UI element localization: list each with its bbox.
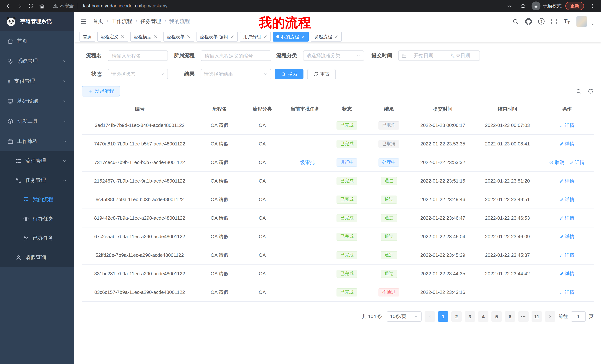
- sidebar-item-home[interactable]: 首页: [0, 31, 74, 51]
- next-page-button[interactable]: [545, 311, 555, 322]
- tab-process-definition[interactable]: 流程定义: [97, 32, 128, 42]
- tab-my-process[interactable]: 我的流程: [273, 32, 309, 42]
- cube-icon: [7, 118, 13, 124]
- toggle-search-button[interactable]: [576, 88, 582, 94]
- detail-link[interactable]: 详情: [559, 140, 574, 147]
- status-badge: 已完成: [337, 195, 357, 203]
- reset-button[interactable]: 重置: [307, 69, 336, 79]
- tab-home[interactable]: 首页: [80, 32, 95, 42]
- detail-link[interactable]: 详情: [559, 252, 574, 259]
- tab-close-icon[interactable]: [153, 35, 158, 39]
- tab-close-icon[interactable]: [120, 35, 125, 39]
- column-header-result: 结果: [367, 102, 411, 116]
- tab-start-process[interactable]: 发起流程: [311, 32, 342, 42]
- detail-link[interactable]: 详情: [559, 122, 574, 129]
- browser-toolbar: 不安全 dashboard.yudao.iocoder.cn /bpm/task…: [0, 0, 601, 12]
- current-task-link[interactable]: 一级审批: [295, 159, 315, 166]
- result-select[interactable]: 请选择流结果: [200, 69, 271, 79]
- chevron-down-icon: [160, 72, 165, 77]
- page-button-2[interactable]: 2: [451, 311, 462, 322]
- submit-time: 2022-01-22 23:53:32: [411, 153, 475, 172]
- detail-link[interactable]: 详情: [559, 215, 574, 221]
- breadcrumb-item-current: 我的流程: [169, 18, 190, 25]
- tab-close-icon[interactable]: [186, 35, 191, 39]
- font-size-button[interactable]: TT: [564, 18, 570, 24]
- sidebar-item-infra[interactable]: 基础设施: [0, 91, 74, 111]
- page-button-3[interactable]: 3: [465, 311, 475, 322]
- tab-user-group[interactable]: 用户分组: [240, 32, 271, 42]
- page-button-11[interactable]: 11: [531, 311, 542, 322]
- sidebar-item-workflow[interactable]: 工作流程: [0, 131, 74, 151]
- detail-link[interactable]: 详情: [559, 289, 574, 296]
- status-select[interactable]: 请选择状态: [108, 69, 168, 79]
- sidebar-item-task-mgmt[interactable]: 任务管理: [0, 171, 74, 190]
- detail-link[interactable]: 详情: [570, 159, 585, 166]
- current-task: [283, 264, 327, 283]
- tab-process-form-edit[interactable]: 流程表单-编辑: [197, 32, 238, 42]
- refresh-table-button[interactable]: [588, 88, 594, 94]
- cancel-link[interactable]: 取消: [549, 159, 564, 166]
- prev-page-button[interactable]: [425, 311, 435, 322]
- github-button[interactable]: [525, 18, 532, 25]
- active-tab-dot: [276, 35, 279, 38]
- page-size-select[interactable]: 10条/页: [387, 311, 421, 322]
- user-avatar[interactable]: [576, 16, 587, 27]
- tab-close-icon[interactable]: [230, 35, 234, 39]
- address-bar[interactable]: 不安全 dashboard.yudao.iocoder.cn /bpm/task…: [48, 1, 503, 11]
- chevron-up-icon: [62, 178, 67, 182]
- forward-button[interactable]: [15, 1, 25, 11]
- fullscreen-button[interactable]: [551, 18, 558, 25]
- tab-close-icon[interactable]: [263, 35, 267, 39]
- breadcrumb-item-workflow[interactable]: 工作流程: [111, 18, 132, 25]
- sidebar-item-todo-tasks[interactable]: 待办任务: [0, 209, 74, 229]
- sidebar-item-leave-query[interactable]: 请假查询: [0, 248, 74, 267]
- tab-close-icon[interactable]: [301, 35, 305, 39]
- table-toolbar: 发起流程: [82, 86, 594, 96]
- parent-process-input[interactable]: [200, 50, 271, 61]
- sidebar-toggle-button[interactable]: [74, 18, 93, 25]
- edit-icon: [559, 234, 564, 239]
- submit-time: 2022-01-23 00:06:17: [411, 116, 475, 134]
- sidebar-item-done-tasks[interactable]: 已办任务: [0, 229, 74, 248]
- briefcase-icon: [7, 138, 13, 144]
- page-button-4[interactable]: 4: [478, 311, 489, 322]
- sidebar-item-devtools[interactable]: 研发工具: [0, 111, 74, 131]
- category-select[interactable]: 请选择流程分类: [303, 50, 364, 61]
- browser-menu-button[interactable]: [588, 1, 597, 11]
- back-button[interactable]: [4, 1, 13, 11]
- process-name: OA 请假: [198, 209, 241, 227]
- password-key-button[interactable]: [505, 1, 514, 11]
- help-button[interactable]: ?: [538, 18, 545, 25]
- table-row: 67c2eaab-7b9a-11ec-a290-acde48001122 OA …: [82, 227, 594, 246]
- bookmark-button[interactable]: [518, 1, 528, 11]
- detail-link[interactable]: 详情: [559, 196, 574, 203]
- sidebar-item-my-process[interactable]: 我的流程: [0, 190, 74, 209]
- page-button-1[interactable]: 1: [438, 311, 448, 322]
- tab-process-form[interactable]: 流程表单: [163, 32, 194, 42]
- tab-close-icon[interactable]: [334, 35, 338, 39]
- home-button[interactable]: [37, 1, 47, 11]
- breadcrumb-item-home[interactable]: 首页: [93, 18, 103, 25]
- search-button[interactable]: 搜索: [275, 69, 303, 79]
- reload-button[interactable]: [26, 1, 36, 11]
- page-button-5[interactable]: 5: [491, 311, 502, 322]
- caret-down-icon[interactable]: [591, 22, 595, 27]
- submit-time-range-picker[interactable]: 开始日期 - 结束日期: [398, 50, 480, 61]
- sidebar-item-system[interactable]: 系统管理: [0, 51, 74, 71]
- process-name-input[interactable]: [108, 50, 168, 61]
- goto-page-input[interactable]: [571, 311, 586, 322]
- create-process-button[interactable]: 发起流程: [82, 86, 120, 96]
- more-pages-button[interactable]: •••: [518, 311, 529, 322]
- breadcrumb-item-task-mgmt[interactable]: 任务管理: [140, 18, 161, 25]
- detail-link[interactable]: 详情: [559, 178, 574, 184]
- header-search-button[interactable]: [512, 18, 519, 25]
- tab-process-model[interactable]: 流程模型: [130, 32, 161, 42]
- detail-link[interactable]: 详情: [559, 233, 574, 240]
- browser-update-button[interactable]: 更新: [565, 2, 584, 10]
- detail-link[interactable]: 详情: [559, 270, 574, 277]
- page-button-6[interactable]: 6: [505, 311, 515, 322]
- table-row: 52ffd28e-7b9a-11ec-a290-acde48001122 OA …: [82, 246, 594, 264]
- sidebar-item-process-mgmt[interactable]: 流程管理: [0, 151, 74, 171]
- process-category: OA: [241, 283, 283, 301]
- sidebar-item-payment[interactable]: ¥ 支付管理: [0, 71, 74, 91]
